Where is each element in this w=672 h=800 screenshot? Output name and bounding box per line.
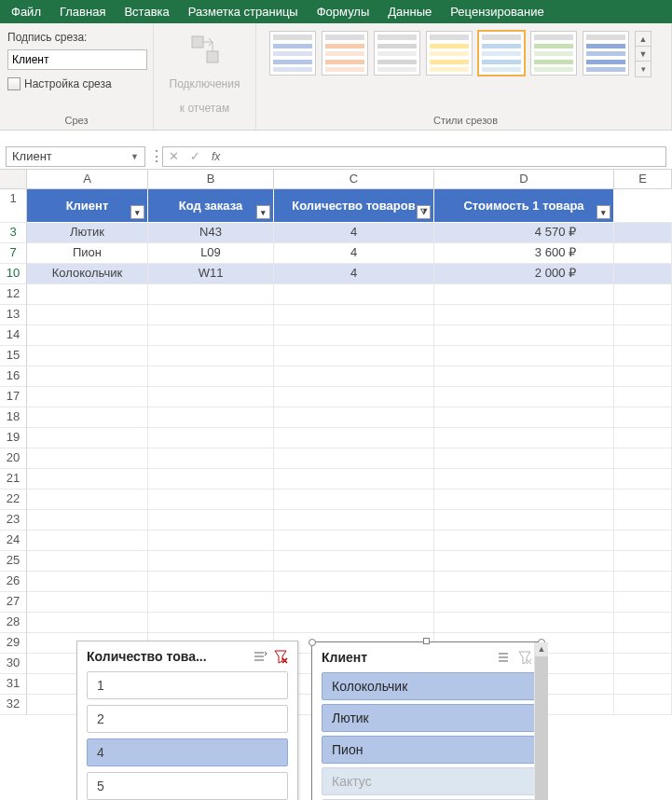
- confirm-icon[interactable]: ✓: [190, 149, 200, 163]
- row-header[interactable]: 32: [0, 695, 27, 715]
- cell[interactable]: 4: [274, 223, 434, 243]
- resize-handle[interactable]: [423, 638, 430, 644]
- scroll-down-icon[interactable]: ▼: [636, 47, 651, 62]
- cell[interactable]: [434, 510, 614, 531]
- cell[interactable]: Пион: [27, 243, 148, 264]
- slicer-style-2[interactable]: [322, 31, 368, 76]
- row-header[interactable]: 3: [0, 223, 27, 243]
- cell[interactable]: [614, 284, 672, 305]
- cell[interactable]: [27, 284, 148, 305]
- cell[interactable]: [274, 346, 434, 366]
- row-header[interactable]: 15: [0, 346, 27, 366]
- slicer-quantity[interactable]: Количество това... 12457: [76, 641, 298, 800]
- cell[interactable]: [274, 613, 434, 633]
- cell[interactable]: [614, 366, 672, 387]
- slicer-item[interactable]: 5: [87, 772, 288, 800]
- cell[interactable]: [27, 531, 148, 551]
- tab-pagelayout[interactable]: Разметка страницы: [179, 1, 308, 22]
- formula-input-area[interactable]: ✕ ✓ fx: [162, 146, 666, 167]
- row-header[interactable]: 14: [0, 325, 27, 346]
- slicer-item[interactable]: 4: [87, 738, 288, 766]
- slicer-style-3[interactable]: [374, 31, 420, 76]
- cell[interactable]: [27, 366, 148, 387]
- cell[interactable]: [434, 325, 614, 346]
- scroll-up-icon[interactable]: ▲: [535, 642, 548, 656]
- cell[interactable]: 4: [274, 264, 434, 284]
- scroll-up-icon[interactable]: ▲: [636, 32, 651, 47]
- slicer-item[interactable]: Лютик: [322, 704, 538, 732]
- row-header[interactable]: 25: [0, 551, 27, 572]
- cell[interactable]: [434, 592, 614, 613]
- th-order[interactable]: Код заказа▾: [148, 189, 274, 223]
- slicer-item[interactable]: Пион: [322, 736, 538, 764]
- tab-insert[interactable]: Вставка: [115, 1, 178, 22]
- row-header[interactable]: 26: [0, 572, 27, 592]
- col-header-E[interactable]: E: [614, 170, 672, 189]
- filter-icon[interactable]: ▾: [130, 205, 144, 219]
- cell[interactable]: [274, 305, 434, 325]
- cell[interactable]: [274, 428, 434, 448]
- cell[interactable]: [148, 531, 274, 551]
- cell[interactable]: 3 600 ₽: [434, 243, 614, 264]
- cell[interactable]: [434, 469, 614, 490]
- cell[interactable]: [434, 346, 614, 366]
- cell[interactable]: [27, 592, 148, 613]
- row-header[interactable]: 12: [0, 284, 27, 305]
- row-header[interactable]: 16: [0, 366, 27, 387]
- cell[interactable]: [614, 305, 672, 325]
- row-header[interactable]: 7: [0, 243, 27, 264]
- cell[interactable]: [148, 387, 274, 407]
- cell[interactable]: [614, 325, 672, 346]
- cell[interactable]: [148, 510, 274, 531]
- cancel-icon[interactable]: ✕: [169, 149, 179, 163]
- cell[interactable]: [148, 305, 274, 325]
- select-all-corner[interactable]: [0, 170, 27, 189]
- cell[interactable]: [148, 284, 274, 305]
- cell[interactable]: [614, 264, 672, 284]
- cell[interactable]: 4: [274, 243, 434, 264]
- cell[interactable]: [27, 613, 148, 633]
- slicer-caption-input[interactable]: [7, 49, 147, 70]
- scroll-more-icon[interactable]: ▾: [636, 62, 651, 76]
- cell[interactable]: [434, 551, 614, 572]
- filter-icon[interactable]: ▾: [597, 205, 610, 219]
- tab-file[interactable]: Файл: [2, 1, 50, 22]
- slicer-item[interactable]: 1: [87, 671, 288, 699]
- cell[interactable]: [614, 592, 672, 613]
- fx-icon[interactable]: fx: [212, 150, 220, 163]
- cell[interactable]: [434, 572, 614, 592]
- col-header-D[interactable]: D: [434, 170, 614, 189]
- cell[interactable]: L09: [148, 243, 274, 264]
- name-box[interactable]: Клиент ▼: [6, 146, 145, 167]
- slicer-settings-button[interactable]: Настройка среза: [7, 77, 147, 90]
- cell[interactable]: [148, 572, 274, 592]
- style-gallery-scroll[interactable]: ▲▼▾: [635, 31, 651, 77]
- col-header-B[interactable]: B: [148, 170, 274, 189]
- cell[interactable]: W11: [148, 264, 274, 284]
- tab-data[interactable]: Данные: [378, 1, 441, 22]
- tab-formulas[interactable]: Формулы: [308, 1, 379, 22]
- multiselect-icon[interactable]: [253, 649, 267, 664]
- cell[interactable]: [27, 490, 148, 510]
- cell[interactable]: [274, 592, 434, 613]
- row-header[interactable]: 10: [0, 264, 27, 284]
- cell[interactable]: [614, 654, 672, 674]
- cell[interactable]: [27, 448, 148, 469]
- cell[interactable]: [148, 613, 274, 633]
- cell[interactable]: [148, 469, 274, 490]
- cell[interactable]: [274, 387, 434, 407]
- cell[interactable]: [148, 448, 274, 469]
- col-header-A[interactable]: A: [27, 170, 148, 189]
- resize-handle[interactable]: [309, 639, 316, 646]
- slicer-style-4[interactable]: [426, 31, 473, 76]
- cell[interactable]: [274, 510, 434, 531]
- row-header[interactable]: 20: [0, 448, 27, 469]
- slicer-style-1[interactable]: [269, 31, 316, 76]
- cell[interactable]: [434, 531, 614, 551]
- cell[interactable]: [274, 366, 434, 387]
- cell[interactable]: [148, 407, 274, 428]
- cell[interactable]: [148, 490, 274, 510]
- slicer-client[interactable]: Клиент КолокольчикЛютикПионКактусЛилияПо…: [311, 641, 542, 800]
- cell[interactable]: [148, 346, 274, 366]
- cell[interactable]: [274, 407, 434, 428]
